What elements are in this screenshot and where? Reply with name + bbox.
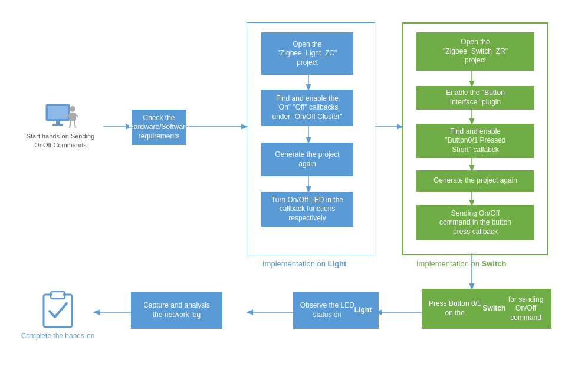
light-bold: Light: [328, 259, 347, 268]
observe-led-box: Observe the LEDstatus on Light: [293, 292, 379, 329]
svg-rect-17: [52, 124, 63, 126]
start-icon: Start hands-on Sending OnOff Commands: [18, 103, 103, 150]
switch-box-4: Generate the project again: [416, 170, 534, 192]
capture-network-box: Capture and analysisthe network log: [131, 292, 222, 329]
svg-rect-16: [56, 121, 60, 124]
svg-line-22: [70, 121, 71, 128]
switch-box-5: Sending On/Offcommand in the buttonpress…: [416, 205, 534, 240]
light-box-4: Turn On/Off LED in thecallback functions…: [261, 192, 353, 227]
press-button-box: Press Button 0/1 on theSwitch for sendin…: [422, 289, 551, 329]
check-hardware-box: Check the Hardware/Software requirements: [132, 110, 186, 145]
computer-icon: [43, 103, 78, 130]
complete-icon: [39, 289, 77, 330]
light-box-1: Open the"Zigbee_Light_ZC"project: [261, 32, 353, 75]
svg-line-23: [74, 121, 75, 128]
light-box-3: Generate the projectagain: [261, 143, 353, 176]
light-section-label: Implementation on Light: [262, 259, 346, 268]
switch-section-label: Implementation on Switch: [416, 259, 506, 268]
switch-box-3: Find and enable"Button0/1 PressedShort" …: [416, 124, 534, 158]
switch-box-1: Open the"Zigbee_Switch_ZR"project: [416, 32, 534, 71]
switch-bold: Switch: [482, 259, 507, 268]
svg-line-21: [76, 115, 78, 118]
svg-rect-26: [52, 293, 63, 298]
diagram: Start hands-on Sending OnOff Commands Ch…: [0, 0, 588, 373]
complete-icon-area: Complete the hands-on: [17, 289, 99, 341]
light-box-2: Find and enable the"On" "Off" callbacksu…: [261, 90, 353, 126]
svg-rect-19: [69, 113, 76, 121]
svg-point-18: [70, 106, 75, 112]
start-label: Start hands-on Sending OnOff Commands: [18, 132, 103, 150]
switch-box-2: Enable the "ButtonInterface" plugin: [416, 86, 534, 110]
complete-label: Complete the hands-on: [21, 331, 95, 341]
svg-rect-15: [48, 106, 68, 119]
